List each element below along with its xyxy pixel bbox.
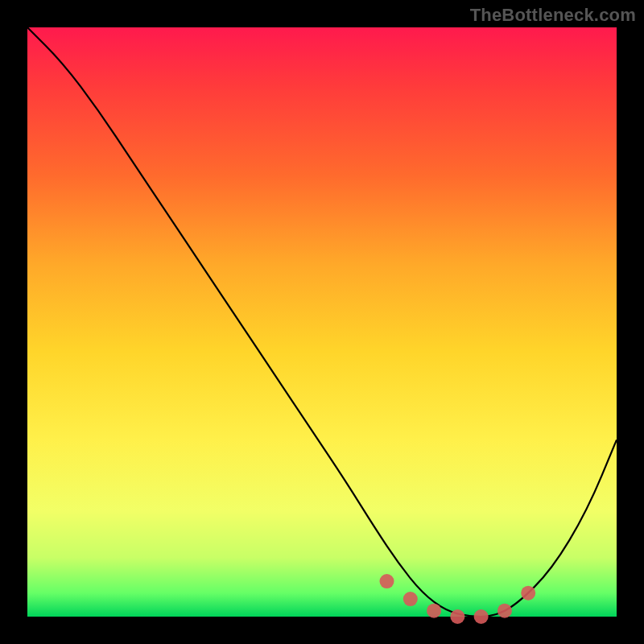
chart-plot-area — [27, 27, 617, 617]
marker-dot — [521, 586, 535, 601]
marker-dot — [474, 609, 489, 624]
marker-dot — [497, 604, 512, 618]
bottleneck-curve — [27, 27, 617, 617]
marker-dot — [403, 592, 418, 606]
marker-dot — [450, 609, 464, 624]
marker-dot — [380, 574, 394, 588]
curve-markers — [380, 574, 536, 624]
watermark-text: TheBottleneck.com — [470, 5, 636, 26]
chart-frame: TheBottleneck.com — [0, 0, 644, 644]
chart-svg — [27, 27, 617, 617]
marker-dot — [427, 604, 441, 618]
